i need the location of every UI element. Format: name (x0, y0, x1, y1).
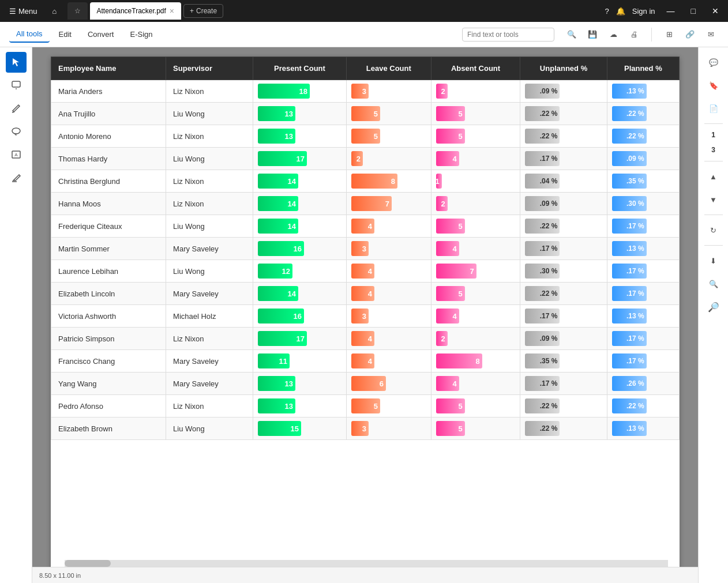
right-separator-2 (704, 161, 723, 161)
table-row: Victoria Ashworth Michael Holz 16 3 4 (51, 305, 680, 328)
planned-cell: .17 % (607, 260, 679, 283)
home-button[interactable]: ⌂ (47, 3, 63, 19)
supervisor-name: Liu Wong (166, 215, 253, 238)
employee-name: Pedro Afonso (51, 395, 166, 417)
absent-cell: 8 (431, 350, 520, 373)
svg-rect-0 (12, 81, 20, 87)
save-icon[interactable]: 💾 (584, 27, 601, 43)
table-row: Maria Anders Liz Nixon 18 3 2 (51, 80, 680, 103)
leave-cell: 4 (346, 215, 431, 238)
download-icon[interactable]: ⬇ (703, 250, 724, 271)
scroll-down-icon[interactable]: ▼ (703, 189, 724, 210)
print-icon[interactable]: 🖨 (626, 27, 642, 43)
present-cell: 17 (253, 148, 347, 170)
refresh-icon[interactable]: ↻ (703, 220, 724, 240)
home-icon: ⌂ (52, 7, 57, 16)
close-window-button[interactable]: ✕ (707, 4, 723, 18)
svg-text:A: A (14, 152, 18, 157)
comment-tool[interactable] (6, 121, 27, 142)
planned-cell: .17 % (607, 328, 679, 350)
link-icon[interactable]: 🔗 (682, 27, 698, 43)
pdf-tab[interactable]: AttendanceTracker.pdf × (90, 2, 181, 20)
search-icon[interactable]: 🔍 (564, 27, 580, 43)
scrollbar-thumb[interactable] (65, 560, 111, 567)
minimize-button[interactable]: — (662, 4, 680, 18)
planned-cell: .26 % (607, 373, 679, 395)
leave-cell: 5 (346, 395, 431, 417)
employee-name: Laurence Lebihan (51, 260, 166, 283)
horizontal-scrollbar[interactable] (65, 560, 668, 567)
present-cell: 13 (253, 125, 347, 148)
supervisor-name: Liz Nixon (166, 170, 253, 193)
absent-cell: 5 (431, 103, 520, 125)
present-cell: 14 (253, 193, 347, 215)
upload-icon[interactable]: ☁ (605, 27, 621, 43)
zoom-out-icon[interactable]: 🔎 (703, 296, 724, 317)
maximize-button[interactable]: □ (686, 4, 700, 18)
unplanned-cell: .09 % (520, 328, 607, 350)
layers-icon[interactable]: 📄 (703, 98, 724, 119)
unplanned-cell: .17 % (520, 373, 607, 395)
help-icon[interactable]: ? (605, 7, 609, 16)
new-tab-button[interactable]: + Create (183, 4, 223, 18)
supervisor-name: Liz Nixon (166, 395, 253, 417)
present-cell: 15 (253, 417, 347, 440)
edit-button[interactable]: Edit (52, 27, 78, 42)
unplanned-cell: .30 % (520, 260, 607, 283)
sign-in-button[interactable]: Sign in (632, 7, 655, 16)
present-cell: 17 (253, 328, 347, 350)
header-planned: Planned % (607, 57, 679, 80)
attendance-table: Employee Name Supervisor Present Count L… (51, 57, 680, 440)
unplanned-cell: .09 % (520, 193, 607, 215)
markup-tool[interactable] (6, 98, 27, 119)
right-separator (704, 123, 723, 124)
toolbar-separator (651, 28, 652, 42)
find-area: 🔍 💾 ☁ 🖨 ⊞ 🔗 ✉ (462, 27, 719, 43)
leave-cell: 3 (346, 305, 431, 328)
scroll-up-icon[interactable]: ▲ (703, 166, 724, 187)
absent-cell: 2 (431, 328, 520, 350)
table-row: Pedro Afonso Liz Nixon 13 5 5 (51, 395, 680, 417)
unplanned-cell: .09 % (520, 80, 607, 103)
unplanned-cell: .22 % (520, 103, 607, 125)
present-cell: 13 (253, 395, 347, 417)
unplanned-cell: .35 % (520, 350, 607, 373)
highlight-tool[interactable] (6, 167, 27, 188)
unplanned-cell: .22 % (520, 125, 607, 148)
mail-icon[interactable]: ✉ (703, 27, 719, 43)
planned-cell: .22 % (607, 395, 679, 417)
main-area: A Employee Name Supervisor Present Count… (0, 47, 728, 583)
tab-close-button[interactable]: × (170, 6, 174, 16)
present-cell: 18 (253, 80, 347, 103)
zoom-in-icon[interactable]: 🔍 (703, 273, 724, 294)
bell-icon[interactable]: 🔔 (616, 7, 625, 16)
left-sidebar: A (0, 47, 32, 583)
header-present-count: Present Count (253, 57, 347, 80)
employee-name: Victoria Ashworth (51, 305, 166, 328)
all-tools-button[interactable]: All tools (9, 26, 50, 43)
esign-button[interactable]: E-Sign (123, 27, 159, 42)
menu-button[interactable]: ☰ Menu (5, 5, 42, 18)
present-cell: 14 (253, 170, 347, 193)
employee-name: Elizabeth Lincoln (51, 283, 166, 305)
scroll-tool[interactable] (6, 75, 27, 96)
cursor-tool[interactable] (6, 52, 27, 73)
present-cell: 14 (253, 283, 347, 305)
supervisor-name: Mary Saveley (166, 350, 253, 373)
chat-icon[interactable]: 💬 (703, 52, 724, 73)
convert-button[interactable]: Convert (81, 27, 121, 42)
planned-cell: .13 % (607, 238, 679, 260)
table-row: Francisco Chang Mary Saveley 11 4 8 (51, 350, 680, 373)
view-icon[interactable]: ⊞ (661, 27, 677, 43)
employee-name: Thomas Hardy (51, 148, 166, 170)
unplanned-cell: .22 % (520, 283, 607, 305)
supervisor-name: Liu Wong (166, 417, 253, 440)
plus-icon: + (190, 7, 194, 15)
bookmark-panel-icon[interactable]: 🔖 (703, 75, 724, 96)
supervisor-name: Liu Wong (166, 260, 253, 283)
text-tool[interactable]: A (6, 144, 27, 165)
svg-line-2 (12, 112, 14, 112)
find-input[interactable] (462, 28, 554, 42)
leave-cell: 8 (346, 170, 431, 193)
present-cell: 13 (253, 103, 347, 125)
